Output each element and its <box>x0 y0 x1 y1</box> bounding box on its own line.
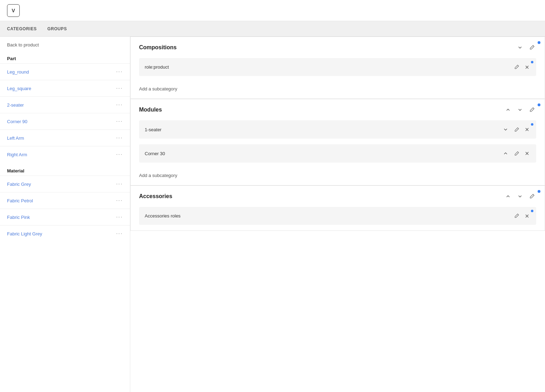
sidebar-item-menu-left-arm[interactable] <box>116 135 123 141</box>
nav-categories[interactable]: CATEGORIES <box>7 25 37 33</box>
accessories-blue-dot <box>538 190 540 193</box>
accessories-sub-item-roles: Accessories roles <box>139 207 536 225</box>
modules-add-subcategory: Add a subcategory <box>131 168 545 185</box>
sidebar-item-2seater[interactable]: 2-seater <box>0 96 130 113</box>
accessories-roles-remove-button[interactable] <box>524 213 531 220</box>
edit-icon <box>529 194 535 199</box>
sidebar-item-fabric-petrol[interactable]: Fabric Petrol <box>0 192 130 209</box>
sidebar-item-menu-right-arm[interactable] <box>116 151 123 158</box>
layout: Back to product Part Leg_round Leg_squar… <box>0 37 545 392</box>
modules-title: Modules <box>139 107 162 113</box>
sidebar-item-text-fabric-grey: Fabric Grey <box>7 182 31 187</box>
sidebar: Back to product Part Leg_round Leg_squar… <box>0 37 130 392</box>
1seater-edit-button[interactable] <box>513 126 521 134</box>
part-section-label: Part <box>0 53 130 63</box>
accessories-edit-button[interactable] <box>528 192 536 201</box>
close-icon <box>525 151 529 156</box>
sidebar-item-text-fabric-light-grey: Fabric Light Grey <box>7 231 42 236</box>
sidebar-item-leg-square[interactable]: Leg_square <box>0 80 130 96</box>
compositions-edit-button[interactable] <box>528 43 536 52</box>
compositions-title: Compositions <box>139 44 177 51</box>
corner30-chevron-up-button[interactable] <box>501 149 510 158</box>
role-product-edit-button[interactable] <box>513 63 521 71</box>
close-icon <box>525 214 529 218</box>
sidebar-item-text-2seater: 2-seater <box>7 102 24 108</box>
main-content: Compositions role <box>130 37 545 392</box>
chevron-up-icon <box>505 194 511 199</box>
back-to-product-link[interactable]: Back to product <box>0 37 130 53</box>
sidebar-item-menu-fabric-petrol[interactable] <box>116 197 123 204</box>
navbar: CATEGORIES GROUPS <box>0 21 545 37</box>
1seater-chevron-down-button[interactable] <box>501 125 510 134</box>
sidebar-item-menu-corner90[interactable] <box>116 118 123 125</box>
modules-edit-button[interactable] <box>528 106 536 114</box>
material-section-label: Material <box>0 165 130 176</box>
modules-add-subcategory-button[interactable]: Add a subcategory <box>139 173 177 178</box>
sidebar-item-fabric-grey[interactable]: Fabric Grey <box>0 176 130 192</box>
sidebar-item-corner90[interactable]: Corner 90 <box>0 113 130 129</box>
accessories-roles-actions <box>513 212 531 220</box>
header: V <box>0 0 545 21</box>
edit-icon <box>514 64 519 70</box>
sidebar-item-text-leg-square: Leg_square <box>7 86 31 91</box>
accessories-collapse-down-button[interactable] <box>516 192 524 201</box>
compositions-add-subcategory-button[interactable]: Add a subcategory <box>139 86 177 91</box>
accessories-header: Accessories <box>131 186 545 207</box>
modules-collapse-up-button[interactable] <box>504 106 512 114</box>
accessories-actions <box>504 192 536 201</box>
modules-sub-item-corner30: Corner 30 <box>139 144 536 163</box>
1seater-remove-button[interactable] <box>524 126 531 133</box>
compositions-actions <box>516 43 536 52</box>
sidebar-item-menu-fabric-grey[interactable] <box>116 181 123 187</box>
sidebar-item-text-fabric-pink: Fabric Pink <box>7 215 30 220</box>
logo: V <box>7 4 20 17</box>
role-product-actions <box>513 63 531 71</box>
modules-sub-item-1seater: 1-seater <box>139 120 536 139</box>
corner30-text: Corner 30 <box>145 151 165 156</box>
accessories-roles-blue-dot <box>531 210 533 212</box>
1seater-actions <box>501 125 531 134</box>
sidebar-item-menu-fabric-light-grey[interactable] <box>116 230 123 237</box>
close-icon <box>525 127 529 132</box>
accessories-roles-text: Accessories roles <box>145 213 181 219</box>
compositions-sub-item-role-product: role:product <box>139 58 536 76</box>
role-product-text: role:product <box>145 64 169 70</box>
sidebar-item-menu-leg-round[interactable] <box>116 69 123 75</box>
edit-icon <box>514 213 519 219</box>
chevron-down-icon <box>517 194 523 199</box>
modules-blue-dot <box>538 103 540 106</box>
sidebar-item-menu-2seater[interactable] <box>116 102 123 108</box>
corner30-edit-button[interactable] <box>513 150 521 158</box>
compositions-collapse-button[interactable] <box>516 43 524 52</box>
accessories-roles-edit-button[interactable] <box>513 212 521 220</box>
corner30-actions <box>501 149 531 158</box>
role-product-blue-dot <box>531 61 533 63</box>
sidebar-item-leg-round[interactable]: Leg_round <box>0 63 130 80</box>
close-icon <box>525 65 529 69</box>
sidebar-item-text-left-arm: Left Arm <box>7 135 24 141</box>
chevron-down-icon <box>517 107 523 113</box>
edit-icon <box>529 107 535 113</box>
sidebar-item-left-arm[interactable]: Left Arm <box>0 129 130 146</box>
chevron-down-icon <box>517 45 523 50</box>
compositions-blue-dot <box>538 41 540 44</box>
role-product-remove-button[interactable] <box>524 64 531 71</box>
sidebar-item-menu-leg-square[interactable] <box>116 85 123 91</box>
sidebar-item-menu-fabric-pink[interactable] <box>116 214 123 220</box>
modules-actions <box>504 106 536 114</box>
corner30-remove-button[interactable] <box>524 150 531 157</box>
modules-header: Modules <box>131 99 545 120</box>
chevron-down-icon <box>503 127 508 132</box>
sidebar-item-right-arm[interactable]: Right Arm <box>0 146 130 163</box>
modules-section: Modules <box>130 99 545 185</box>
sidebar-item-fabric-pink[interactable]: Fabric Pink <box>0 209 130 225</box>
compositions-header: Compositions <box>131 37 545 58</box>
accessories-collapse-up-button[interactable] <box>504 192 512 201</box>
edit-icon <box>514 151 519 156</box>
sidebar-item-fabric-light-grey[interactable]: Fabric Light Grey <box>0 225 130 242</box>
1seater-blue-dot <box>531 123 533 126</box>
chevron-up-icon <box>503 151 508 156</box>
edit-icon <box>514 127 519 132</box>
nav-groups[interactable]: GROUPS <box>47 25 67 33</box>
modules-collapse-down-button[interactable] <box>516 106 524 114</box>
